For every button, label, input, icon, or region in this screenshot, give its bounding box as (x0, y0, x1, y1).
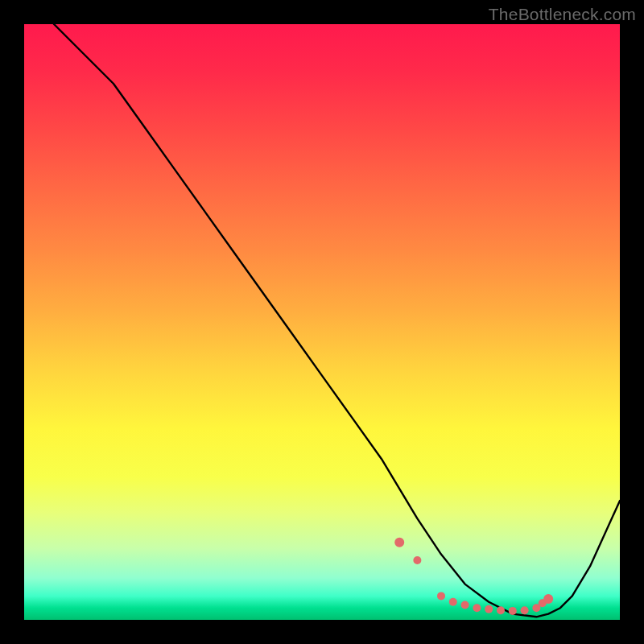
marker-dot (521, 606, 529, 614)
marker-dot (394, 538, 404, 547)
chart-frame: TheBottleneck.com (0, 0, 644, 644)
marker-dot (437, 592, 445, 600)
watermark-text: TheBottleneck.com (489, 5, 636, 24)
curve-path (54, 24, 620, 617)
marker-dot (543, 594, 553, 604)
curve-line (54, 24, 620, 617)
marker-dot (497, 606, 505, 614)
marker-dot (485, 605, 493, 613)
plot-area (24, 24, 620, 620)
marker-dot (449, 598, 457, 606)
marker-dot (473, 604, 481, 612)
marker-dot (509, 607, 517, 615)
marker-dot (413, 556, 421, 564)
marker-dot (461, 601, 469, 609)
chart-svg (24, 24, 620, 620)
valley-markers (394, 538, 553, 615)
